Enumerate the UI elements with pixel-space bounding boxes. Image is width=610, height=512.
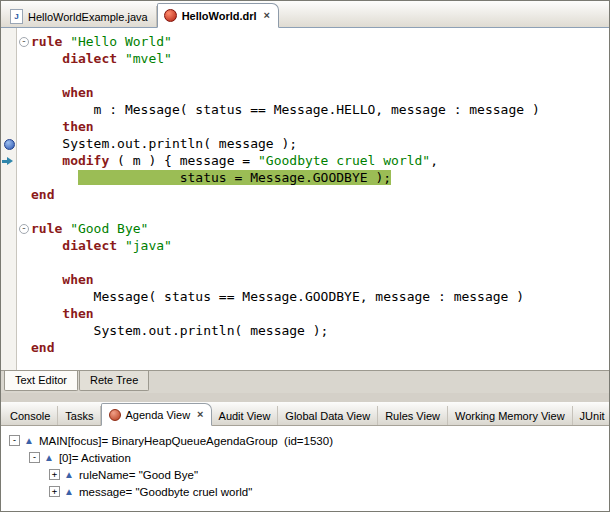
code-text: rule "Good Bye" [31,221,148,236]
expand-icon[interactable]: + [49,486,60,497]
code-text: dialect "mvel" [31,51,172,66]
code-line: System.out.println( message ); [1,135,609,152]
fold-collapse-icon[interactable]: - [19,37,29,47]
code-line: end [1,339,609,356]
editor-tab-helloworld-drl[interactable]: HelloWorld.drl× [157,3,279,28]
code-text: rule "Hello World" [31,34,172,49]
sash-divider[interactable] [1,393,609,402]
view-tab-console[interactable]: Console [3,406,58,425]
code-area[interactable]: -rule "Hello World" dialect "mvel" when … [1,28,609,356]
code-text: when [31,272,94,287]
code-line: -rule "Hello World" [1,33,609,50]
code-text: Message( status == Message.GOODBYE, mess… [31,289,524,304]
instruction-pointer-icon [2,157,14,165]
agenda-item-icon: ▲ [44,453,54,463]
editor-area: JHelloWorldExample.javaHelloWorld.drl× -… [1,1,609,393]
view-tab-audit-view[interactable]: Audit View [212,406,279,425]
view-tab-label: Working Memory View [455,410,565,422]
code-line: dialect "mvel" [1,50,609,67]
fold-collapse-icon[interactable]: - [19,224,29,234]
editor-page-tab-bar: Text EditorRete Tree [1,370,609,393]
code-text: status = Message.GOODBYE ); [31,170,391,185]
view-tab-label: Agenda View [125,409,190,421]
code-line: then [1,305,609,322]
drools-file-icon [164,9,177,22]
close-icon[interactable]: × [197,409,203,420]
view-tab-label: Tasks [65,410,93,422]
code-text: end [31,187,54,202]
code-text: then [31,119,94,134]
code-text: end [31,340,54,355]
view-tab-label: Global Data View [285,410,370,422]
agenda-item-icon: ▲ [24,436,34,446]
view-tab-tasks[interactable]: Tasks [58,406,101,425]
code-text: m : Message( status == Message.HELLO, me… [31,102,540,117]
view-tab-global-data-view[interactable]: Global Data View [278,406,378,425]
code-text [31,255,39,270]
code-line [1,254,609,271]
view-tab-junit[interactable]: JUnit [573,406,610,425]
code-text: then [31,306,94,321]
code-text: when [31,85,94,100]
view-tab-bar: ConsoleTasksAgenda View×Audit ViewGlobal… [1,402,609,426]
close-icon[interactable]: × [264,10,270,21]
editor-body[interactable]: -rule "Hello World" dialect "mvel" when … [1,28,609,370]
view-tab-label: Audit View [219,410,271,422]
code-line [1,203,609,220]
tree-row-label: MAIN[focus]= BinaryHeapQueueAgendaGroup … [39,435,333,447]
page-tab-text-editor[interactable]: Text Editor [4,371,78,391]
code-line: System.out.println( message ); [1,322,609,339]
code-line: -rule "Good Bye" [1,220,609,237]
code-line: dialect "java" [1,237,609,254]
view-tab-agenda-view[interactable]: Agenda View× [101,403,211,426]
code-line: m : Message( status == Message.HELLO, me… [1,101,609,118]
code-line: then [1,118,609,135]
view-tab-rules-view[interactable]: Rules View [378,406,448,425]
editor-tab-label: HelloWorldExample.java [28,11,148,23]
agenda-item-icon: ▲ [64,470,74,480]
eclipse-window: JHelloWorldExample.javaHelloWorld.drl× -… [0,0,610,512]
code-text [31,204,39,219]
code-line: end [1,186,609,203]
view-tab-label: Console [10,410,50,422]
tree-row[interactable]: +▲ruleName= "Good Bye" [1,466,609,483]
code-line [1,67,609,84]
agenda-item-icon: ▲ [64,487,74,497]
code-text: modify ( m ) { message = "Goodbyte cruel… [31,153,438,168]
agenda-tree: -▲MAIN[focus]= BinaryHeapQueueAgendaGrou… [1,426,609,511]
tree-row[interactable]: -▲[0]= Activation [1,449,609,466]
code-line: status = Message.GOODBYE ); [1,169,609,186]
collapse-icon[interactable]: - [29,452,40,463]
tree-row[interactable]: -▲MAIN[focus]= BinaryHeapQueueAgendaGrou… [1,432,609,449]
code-text: dialect "java" [31,238,172,253]
view-tab-label: Rules View [385,410,440,422]
view-tab-label: JUnit [580,410,605,422]
view-tab-working-memory-view[interactable]: Working Memory View [448,406,573,425]
code-line: Message( status == Message.GOODBYE, mess… [1,288,609,305]
code-text [31,68,39,83]
code-line: modify ( m ) { message = "Goodbyte cruel… [1,152,609,169]
code-line: when [1,271,609,288]
agenda-view-icon [109,409,121,421]
tree-row-label: ruleName= "Good Bye" [79,469,198,481]
editor-tab-bar: JHelloWorldExample.javaHelloWorld.drl× [1,1,609,28]
editor-tab-helloworldexample-java[interactable]: JHelloWorldExample.java [4,6,157,27]
page-tab-rete-tree[interactable]: Rete Tree [79,371,149,391]
tree-row[interactable]: +▲message= "Goodbyte cruel world" [1,483,609,500]
code-text: System.out.println( message ); [31,136,297,151]
code-line: when [1,84,609,101]
tree-row-label: message= "Goodbyte cruel world" [79,486,252,498]
console-panel: ConsoleTasksAgenda View×Audit ViewGlobal… [1,402,609,511]
editor-tab-label: HelloWorld.drl [182,10,257,22]
tree-row-label: [0]= Activation [59,452,131,464]
collapse-icon[interactable]: - [9,435,20,446]
code-text: System.out.println( message ); [31,323,328,338]
breakpoint-icon[interactable] [4,139,15,150]
expand-icon[interactable]: + [49,469,60,480]
java-file-icon: J [10,9,23,24]
